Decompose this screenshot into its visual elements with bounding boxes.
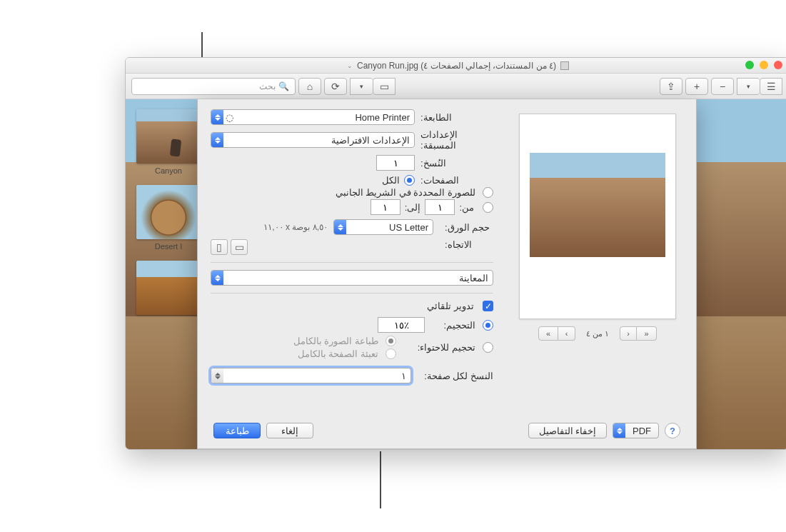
- help-button[interactable]: ?: [665, 423, 680, 438]
- toolbar: ☰ ▾ − + ⇪ ▭ ▾ ⟳ ⌂ 🔍 بحث: [126, 74, 786, 99]
- print-preview-image: [530, 153, 665, 257]
- share-icon: ⇪: [667, 81, 675, 92]
- scale-label: التحجيم:: [443, 320, 475, 331]
- from-label: من:: [459, 202, 474, 213]
- print-whole-image-label: طباعة الصورة بالكامل: [293, 336, 378, 346]
- minimize-button[interactable]: [760, 61, 768, 69]
- paper-size-popup[interactable]: US Letter: [333, 219, 433, 235]
- copies-label: النُسخ:: [415, 158, 493, 169]
- chevron-down-icon: ▾: [747, 83, 750, 90]
- pages-selected-label: للصورة المحددة في الشريط الجانبي: [336, 187, 475, 198]
- print-options-form: الطابعة: ◌ Home Printer الإعدادات المسبق…: [211, 109, 493, 383]
- print-button[interactable]: طباعة: [213, 423, 261, 438]
- chevron-down-icon: ▾: [360, 83, 363, 90]
- markup-button[interactable]: ⌂: [298, 78, 321, 95]
- callout-line: [380, 451, 381, 508]
- paper-size-value: US Letter: [348, 222, 428, 233]
- paper-dimensions: ٨,٥٠ بوصة x ‏١١,٠٠: [263, 222, 328, 232]
- to-input[interactable]: [371, 199, 400, 215]
- view-mode-button[interactable]: ☰: [760, 78, 782, 95]
- hide-details-button[interactable]: إخفاء التفاصيل: [528, 423, 607, 438]
- thumbnail-item[interactable]: [133, 261, 204, 318]
- search-placeholder: بحث: [259, 81, 276, 91]
- presets-popup[interactable]: الإعدادات الافتراضية: [211, 132, 415, 148]
- magnifier-minus-icon: −: [720, 81, 725, 92]
- sheet-buttons-bar: ? PDF إخفاء التفاصيل إلغاء طباعة: [211, 423, 683, 438]
- pages-label: الصفحات:: [415, 175, 493, 186]
- to-label: إلى:: [405, 202, 421, 213]
- auto-rotate-label: تدوير تلقائي: [427, 301, 474, 311]
- from-input[interactable]: [425, 199, 455, 215]
- highlight-arrow[interactable]: ▾: [350, 78, 373, 95]
- close-button[interactable]: [774, 61, 782, 69]
- scale-input[interactable]: [378, 317, 425, 333]
- document-icon: [560, 61, 569, 70]
- section-divider: [211, 293, 493, 293]
- scale-to-fit-label: تحجيم للاحتواء:: [418, 342, 475, 353]
- print-preview-page: [519, 114, 676, 319]
- print-section-popup[interactable]: المعاينة: [211, 270, 493, 286]
- orientation-label: الاتجاه:: [439, 239, 493, 250]
- print-sheet: « ‹ ١ من ٤ › » الطا: [197, 99, 697, 449]
- printer-popup[interactable]: ◌ Home Printer: [211, 109, 415, 125]
- copies-per-page-popup[interactable]: ١: [211, 368, 411, 383]
- updown-arrows-icon: [211, 368, 223, 383]
- pager-next-button[interactable]: ›: [620, 326, 637, 341]
- pager-last-button[interactable]: »: [637, 326, 657, 341]
- fill-whole-page-label: تعبئة الصفحة بالكامل: [298, 348, 378, 359]
- pages-range-radio[interactable]: [483, 202, 493, 213]
- title-menu-chevron-icon[interactable]: ⌄: [347, 62, 353, 69]
- rotate-icon: ⟳: [331, 81, 340, 92]
- printer-value: Home Printer: [236, 112, 410, 123]
- scale-radio[interactable]: [483, 320, 493, 331]
- cancel-button[interactable]: إلغاء: [266, 423, 313, 438]
- updown-arrows-icon: [613, 423, 625, 438]
- chevron-right-icon: ›: [627, 329, 630, 338]
- chevron-left-icon: ‹: [565, 329, 568, 338]
- pager-label: ١ من ٤: [580, 329, 615, 338]
- search-input[interactable]: 🔍 بحث: [131, 78, 296, 95]
- updown-arrows-icon: [334, 220, 346, 234]
- copies-input[interactable]: [376, 155, 415, 171]
- toolbox-icon: ⌂: [307, 81, 313, 92]
- double-chevron-right-icon: »: [644, 329, 648, 338]
- double-chevron-left-icon: «: [546, 329, 550, 338]
- thumbnail-label: Desert I: [155, 242, 183, 251]
- print-section-value: المعاينة: [226, 273, 488, 283]
- presets-label: الإعدادات المسبقة:: [415, 129, 493, 151]
- window-traffic-lights: [745, 61, 782, 69]
- thumbnail-item[interactable]: Desert I: [133, 185, 204, 251]
- pager-prev-button[interactable]: ‹: [558, 326, 575, 341]
- orientation-landscape-button[interactable]: ▭: [231, 239, 248, 255]
- landscape-icon: ▭: [235, 241, 244, 253]
- print-whole-image-radio[interactable]: [386, 336, 396, 346]
- presets-value: الإعدادات الافتراضية: [226, 135, 410, 146]
- copies-per-page-label: النسخ لكل صفحة:: [424, 371, 493, 381]
- fill-whole-page-radio[interactable]: [386, 348, 396, 359]
- portrait-icon: ▯: [216, 241, 222, 253]
- background-photo-detail: [700, 346, 786, 450]
- rotate-button[interactable]: ⟳: [324, 78, 347, 95]
- highlight-button[interactable]: ▭: [373, 78, 395, 95]
- pdf-label: PDF: [625, 426, 658, 436]
- pager-first-button[interactable]: «: [538, 326, 558, 341]
- thumbnail-label: Canyon: [155, 166, 182, 175]
- paper-size-label: حجم الورق:: [439, 222, 493, 233]
- zoom-out-button[interactable]: −: [711, 78, 734, 95]
- view-mode-arrow[interactable]: ▾: [737, 78, 760, 95]
- thumbnail-item[interactable]: Canyon: [133, 109, 204, 175]
- maximize-button[interactable]: [745, 61, 754, 69]
- pdf-menu-button[interactable]: PDF: [613, 423, 659, 438]
- window-titlebar: ⌄ Canyon Run.jpg (٤ من المستندات، إجمالي…: [126, 58, 786, 74]
- updown-arrows-icon: [211, 133, 223, 147]
- share-button[interactable]: ⇪: [660, 78, 682, 95]
- preview-pager: « ‹ ١ من ٤ › »: [512, 326, 683, 341]
- scale-to-fit-radio[interactable]: [483, 342, 493, 353]
- pages-all-radio[interactable]: [404, 175, 415, 186]
- pages-selected-radio[interactable]: [483, 187, 493, 198]
- printer-status-icon: ◌: [226, 112, 233, 123]
- orientation-portrait-button[interactable]: ▯: [211, 239, 228, 255]
- copies-per-page-value: ١: [226, 371, 406, 381]
- auto-rotate-checkbox[interactable]: ✓: [483, 301, 493, 311]
- zoom-in-button[interactable]: +: [685, 78, 708, 95]
